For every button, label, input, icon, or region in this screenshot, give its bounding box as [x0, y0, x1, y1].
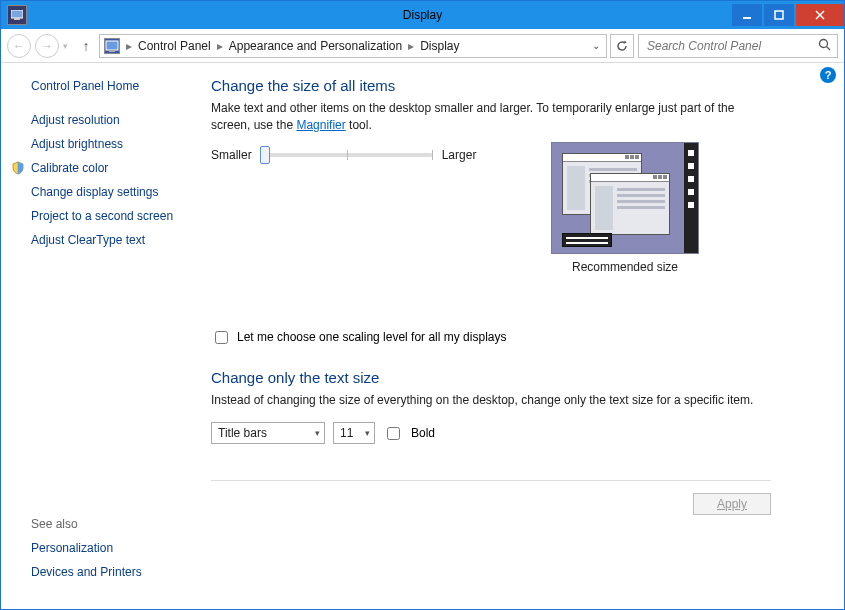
svg-point-8 — [820, 39, 828, 47]
bold-checkbox[interactable] — [387, 427, 400, 440]
chevron-down-icon: ▾ — [315, 428, 320, 438]
up-button[interactable]: ↑ — [77, 38, 95, 54]
bold-label: Bold — [411, 426, 435, 440]
main-content: ? Change the size of all items Make text… — [201, 63, 844, 609]
sidebar-link-project-second-screen[interactable]: Project to a second screen — [31, 209, 187, 223]
charm-bar-icon — [684, 143, 698, 253]
history-chevron-icon[interactable]: ▾ — [63, 41, 73, 51]
help-icon[interactable]: ? — [820, 67, 836, 83]
close-button[interactable] — [796, 4, 844, 26]
apply-button[interactable]: Apply — [693, 493, 771, 515]
select-value: Title bars — [218, 426, 267, 440]
body: Control Panel Home Adjust resolution Adj… — [1, 63, 844, 609]
address-dropdown-icon[interactable]: ⌄ — [592, 40, 602, 51]
sidebar-link-adjust-brightness[interactable]: Adjust brightness — [31, 137, 187, 151]
window-glyph — [590, 173, 670, 235]
search-input[interactable] — [645, 38, 818, 54]
app-icon — [7, 5, 27, 25]
shield-icon — [11, 161, 25, 175]
refresh-button[interactable] — [610, 34, 634, 58]
chevron-right-icon: ▸ — [124, 39, 134, 53]
display-window: Display ← → ▾ ↑ ▸ Control Panel ▸ Appear… — [0, 0, 845, 610]
section1-description: Make text and other items on the desktop… — [211, 100, 771, 134]
titlebar: Display — [1, 1, 844, 29]
svg-rect-2 — [743, 17, 751, 19]
sidebar-item-label: Calibrate color — [31, 161, 108, 175]
chevron-right-icon: ▸ — [406, 39, 416, 53]
separator — [211, 480, 771, 481]
svg-rect-0 — [11, 10, 23, 18]
slider-min-label: Smaller — [211, 148, 252, 162]
section-title-text-size: Change only the text size — [211, 369, 771, 386]
address-bar[interactable]: ▸ Control Panel ▸ Appearance and Persona… — [99, 34, 607, 58]
window-controls — [732, 4, 844, 26]
per-display-scaling-checkbox[interactable] — [215, 331, 228, 344]
see-also-label: See also — [31, 517, 187, 531]
window-title: Display — [403, 8, 442, 22]
preview-panel: Recommended size — [551, 142, 699, 274]
see-also-personalization[interactable]: Personalization — [31, 541, 187, 555]
section-title-size-all: Change the size of all items — [211, 77, 771, 94]
desc-text: Make text and other items on the desktop… — [211, 101, 734, 132]
taskbar-glyph — [562, 233, 612, 247]
breadcrumb-part[interactable]: Control Panel — [138, 39, 211, 53]
svg-rect-6 — [106, 41, 118, 50]
preview-caption: Recommended size — [551, 260, 699, 274]
text-size-select[interactable]: 11 ▾ — [333, 422, 375, 444]
sidebar-link-calibrate-color[interactable]: Calibrate color — [31, 161, 187, 175]
section2-description: Instead of changing the size of everythi… — [211, 392, 771, 409]
breadcrumb-part[interactable]: Display — [420, 39, 459, 53]
slider-thumb[interactable] — [260, 146, 270, 164]
breadcrumb-part[interactable]: Appearance and Personalization — [229, 39, 402, 53]
see-also-section: See also Personalization Devices and Pri… — [31, 517, 187, 597]
sidebar-link-adjust-resolution[interactable]: Adjust resolution — [31, 113, 187, 127]
control-panel-home-link[interactable]: Control Panel Home — [31, 79, 187, 93]
chevron-down-icon: ▾ — [365, 428, 370, 438]
slider-max-label: Larger — [442, 148, 477, 162]
select-value: 11 — [340, 426, 353, 440]
minimize-button[interactable] — [732, 4, 762, 26]
sidebar-link-change-display-settings[interactable]: Change display settings — [31, 185, 187, 199]
sidebar: Control Panel Home Adjust resolution Adj… — [1, 63, 201, 609]
see-also-devices-printers[interactable]: Devices and Printers — [31, 565, 187, 579]
desc-text: tool. — [346, 118, 372, 132]
svg-rect-7 — [109, 50, 115, 52]
svg-rect-3 — [775, 11, 783, 19]
navbar: ← → ▾ ↑ ▸ Control Panel ▸ Appearance and… — [1, 29, 844, 63]
preview-image — [551, 142, 699, 254]
checkbox-label: Let me choose one scaling level for all … — [237, 330, 506, 344]
per-display-scaling-row: Let me choose one scaling level for all … — [211, 328, 771, 347]
magnifier-link[interactable]: Magnifier — [296, 118, 345, 132]
size-slider[interactable] — [262, 153, 432, 157]
forward-button[interactable]: → — [35, 34, 59, 58]
control-panel-icon — [104, 38, 120, 54]
sidebar-link-adjust-cleartype[interactable]: Adjust ClearType text — [31, 233, 187, 247]
svg-rect-1 — [14, 18, 20, 20]
back-button[interactable]: ← — [7, 34, 31, 58]
text-size-controls: Title bars ▾ 11 ▾ Bold — [211, 422, 771, 444]
search-box[interactable] — [638, 34, 838, 58]
chevron-right-icon: ▸ — [215, 39, 225, 53]
maximize-button[interactable] — [764, 4, 794, 26]
text-item-select[interactable]: Title bars ▾ — [211, 422, 325, 444]
search-icon[interactable] — [818, 38, 831, 54]
svg-line-9 — [827, 46, 831, 50]
